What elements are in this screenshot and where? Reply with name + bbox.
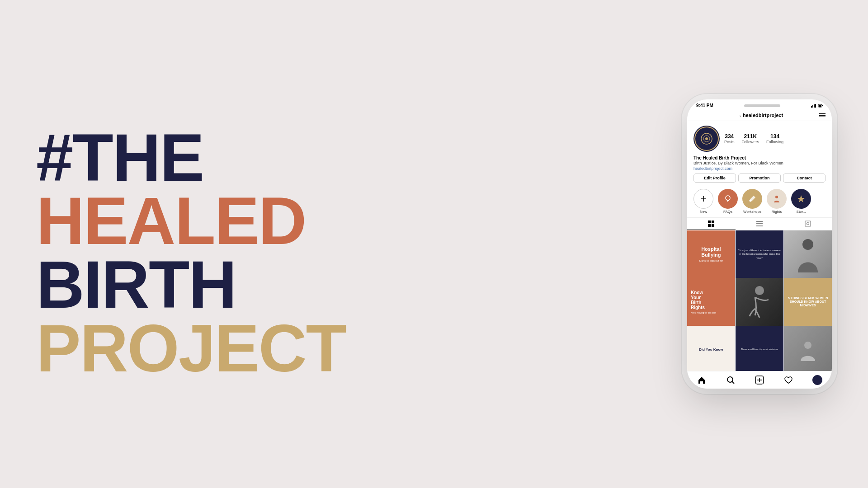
grid-item-rights[interactable]: KnowYourBirthRights Keep moving for the … [687, 278, 735, 326]
highlight-stories[interactable]: Stor... [791, 189, 811, 214]
svg-line-32 [732, 382, 735, 384]
grid-item-collage[interactable] [784, 326, 832, 371]
svg-point-13 [726, 196, 730, 200]
hospital-bullying-sub: Signs to look out for [699, 259, 723, 262]
bottom-nav [687, 371, 832, 389]
svg-rect-24 [756, 223, 763, 224]
svg-point-16 [750, 199, 752, 202]
profile-info: The Healed Birth Project Birth Justice. … [693, 155, 826, 171]
person-icon [772, 194, 782, 204]
search-icon [726, 375, 735, 385]
did-you-know-title: Did You Know [699, 347, 723, 352]
action-buttons: Edit Profile Promotion Contact [693, 174, 826, 183]
rights-title: KnowYourBirthRights [691, 290, 705, 310]
rights-sub: Keep moving for the best [691, 311, 716, 314]
svg-rect-3 [815, 104, 816, 108]
collage-icon [794, 336, 821, 363]
highlight-workshops[interactable]: Workshops [742, 189, 762, 214]
highlight-new[interactable]: New [693, 189, 713, 214]
grid-item-quote[interactable]: "It is just different to have someone in… [736, 230, 783, 278]
ig-header: ⌄ healedbirtproject [687, 110, 832, 121]
svg-point-31 [727, 377, 733, 382]
chevron-icon: ⌄ [739, 113, 742, 117]
highlight-faqs[interactable]: FAQs [718, 189, 738, 214]
svg-point-17 [775, 196, 778, 198]
list-icon [756, 221, 763, 227]
svg-marker-18 [797, 195, 805, 202]
status-time: 9:41 PM [696, 103, 713, 108]
stats-row: 334 Posts 211K Followers 134 Following [724, 133, 826, 144]
highlight-faqs-label: FAQs [723, 210, 732, 214]
grid-item-hospital-bullying[interactable]: HospitalBullying Signs to look out for [687, 230, 735, 278]
quote-text: "It is just different to have someone in… [738, 249, 781, 260]
heart-nav-button[interactable] [783, 375, 793, 385]
ig-username[interactable]: ⌄ healedbirtproject [739, 113, 783, 118]
following-stat: 134 Following [766, 133, 783, 144]
menu-icon[interactable] [819, 113, 826, 117]
svg-rect-26 [805, 221, 811, 226]
posts-label: Posts [724, 140, 735, 144]
svg-rect-19 [708, 221, 711, 223]
followers-stat: 211K Followers [742, 133, 760, 144]
followers-count: 211K [744, 133, 757, 140]
profile-link[interactable]: healedbirtproject.com [693, 166, 826, 171]
svg-rect-25 [756, 225, 763, 226]
highlights-row: New FAQs [687, 189, 832, 217]
add-nav-button[interactable] [755, 375, 764, 385]
photo-grid: HospitalBullying Signs to look out for "… [687, 230, 832, 371]
title-line-4: PROJECT [36, 317, 346, 380]
grid-tabs [687, 217, 832, 230]
bulb-icon [723, 194, 733, 204]
grid-item-photo-bw[interactable] [784, 230, 832, 278]
plus-icon [699, 195, 708, 203]
dance-photo-icon [746, 284, 773, 320]
svg-rect-6 [822, 105, 823, 106]
profile-name: The Healed Birth Project [693, 155, 826, 160]
battery-icon [818, 104, 823, 108]
stories-circle [791, 189, 811, 209]
avatar-ring [694, 127, 719, 151]
grid-item-text[interactable]: There are different types of midwives [736, 326, 783, 371]
star-icon [796, 194, 806, 204]
svg-rect-22 [712, 224, 714, 227]
grid-item-did-you-know[interactable]: Did You Know [687, 326, 735, 371]
highlight-workshops-label: Workshops [743, 210, 761, 214]
highlight-rights[interactable]: Rights [767, 189, 787, 214]
faqs-circle [718, 189, 738, 209]
home-nav-button[interactable] [697, 375, 707, 385]
grid-view-tab[interactable] [687, 218, 736, 230]
grid-item-dance[interactable] [736, 278, 783, 326]
status-notch [744, 104, 780, 107]
phone-mockup: 9:41 PM ⌄ healedbirt [687, 99, 832, 389]
grid-item-things[interactable]: 5 THINGS BLACK WOMEN SHOULD KNOW ABOUT M… [784, 278, 832, 326]
text-cell-content: There are different types of midwives [741, 348, 778, 351]
title-line-1: #THE [36, 126, 346, 190]
tagged-tab[interactable] [783, 218, 832, 230]
svg-rect-2 [814, 104, 815, 108]
posts-stat: 334 Posts [724, 133, 735, 144]
contact-button[interactable]: Contact [783, 174, 826, 183]
edit-profile-button[interactable]: Edit Profile [693, 174, 736, 183]
add-icon [755, 375, 764, 385]
rights-circle [767, 189, 787, 209]
svg-rect-1 [812, 105, 813, 108]
heart-icon [784, 375, 793, 385]
left-title-block: #THE HEALED BIRTH PROJECT [36, 108, 346, 380]
svg-rect-20 [712, 221, 714, 223]
avatar[interactable] [693, 126, 720, 152]
highlight-rights-label: Rights [772, 210, 782, 214]
profile-top: 334 Posts 211K Followers 134 Following [693, 126, 826, 152]
svg-rect-0 [811, 106, 812, 108]
following-label: Following [766, 140, 783, 144]
profile-nav-button[interactable] [812, 375, 822, 385]
workshops-circle [742, 189, 762, 209]
search-nav-button[interactable] [726, 375, 736, 385]
followers-label: Followers [742, 140, 760, 144]
wrench-icon [747, 194, 757, 204]
posts-count: 334 [725, 133, 734, 140]
promotion-button[interactable]: Promotion [738, 174, 781, 183]
status-bar: 9:41 PM [687, 99, 832, 110]
person-photo-bw [794, 236, 821, 272]
list-view-tab[interactable] [736, 218, 784, 230]
header-icons [819, 113, 826, 117]
